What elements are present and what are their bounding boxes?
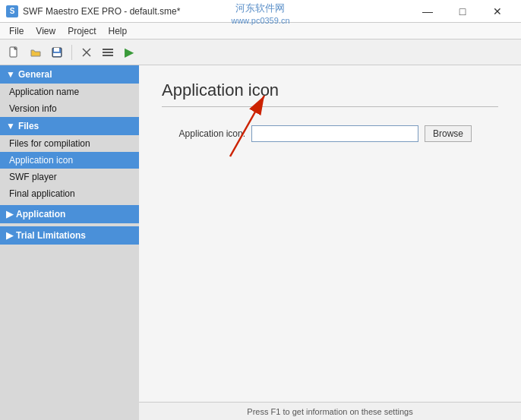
page-title: Application icon — [162, 81, 498, 107]
title-bar-left: S SWF Maestro EXE PRO - default.sme* — [6, 5, 180, 17]
menu-project[interactable]: Project — [62, 24, 102, 38]
sidebar-section-files[interactable]: ▼ Files — [0, 117, 139, 135]
new-icon — [8, 46, 21, 58]
content-inner: Application icon Application icon: Brows… — [139, 65, 521, 402]
content-area: Application icon Application icon: Brows… — [139, 65, 521, 420]
status-text: Press F1 to get information on these set… — [247, 407, 412, 416]
window-controls: — □ ✕ — [410, 0, 515, 23]
title-bar: S SWF Maestro EXE PRO - default.sme* 河东软… — [0, 0, 521, 23]
toolbar-properties[interactable] — [98, 43, 118, 62]
close-button[interactable]: ✕ — [480, 0, 515, 23]
files-section-label: Files — [18, 121, 39, 131]
sidebar-item-app-icon[interactable]: Application icon — [0, 152, 139, 169]
svg-rect-8 — [103, 55, 113, 56]
title-bar-text: SWF Maestro EXE PRO - default.sme* — [23, 6, 180, 17]
svg-rect-6 — [103, 49, 113, 50]
general-section-label: General — [18, 69, 52, 80]
sidebar-item-app-name[interactable]: Application name — [0, 84, 139, 100]
browse-button[interactable]: Browse — [425, 125, 472, 142]
sidebar-item-files-compilation[interactable]: Files for compilation — [0, 135, 139, 152]
save-icon — [51, 46, 63, 58]
sidebar: ▼ General Application name Version info … — [0, 65, 139, 420]
open-icon — [30, 46, 42, 58]
icon-input[interactable] — [251, 125, 418, 142]
toolbar: ▶ — [0, 39, 521, 65]
toolbar-run[interactable]: ▶ — [119, 43, 139, 62]
application-arrow-icon: ▶ — [6, 209, 13, 219]
sidebar-section-trial[interactable]: ▶ Trial Limitations — [0, 226, 139, 245]
icon-label: Application icon: — [162, 128, 245, 139]
sidebar-section-application[interactable]: ▶ Application — [0, 205, 139, 223]
menu-view[interactable]: View — [30, 24, 62, 38]
maximize-button[interactable]: □ — [445, 0, 480, 23]
svg-rect-3 — [53, 53, 61, 56]
sidebar-item-final-app[interactable]: Final application — [0, 185, 139, 202]
menu-help[interactable]: Help — [103, 24, 134, 38]
trial-section-label: Trial Limitations — [16, 230, 86, 241]
minimize-button[interactable]: — — [410, 0, 445, 23]
status-bar: Press F1 to get information on these set… — [139, 402, 521, 420]
cut-icon — [81, 46, 93, 58]
svg-rect-7 — [103, 52, 113, 53]
files-arrow-icon: ▼ — [6, 121, 15, 131]
main-layout: ▼ General Application name Version info … — [0, 65, 521, 420]
properties-icon — [102, 46, 114, 58]
app-icon-small: S — [6, 5, 18, 17]
watermark-line1: 河东软件网 — [231, 2, 289, 15]
general-arrow-icon: ▼ — [6, 69, 15, 80]
sidebar-item-version-info[interactable]: Version info — [0, 100, 139, 117]
application-section-label: Application — [16, 209, 65, 219]
svg-rect-2 — [54, 48, 59, 52]
trial-arrow-icon: ▶ — [6, 230, 13, 241]
sidebar-item-swf-player[interactable]: SWF player — [0, 169, 139, 185]
form-row-icon: Application icon: Browse — [162, 125, 498, 142]
menu-file[interactable]: File — [3, 24, 30, 38]
toolbar-cut[interactable] — [77, 43, 96, 62]
toolbar-new[interactable] — [5, 43, 24, 62]
menu-bar: File View Project Help — [0, 23, 521, 39]
sidebar-section-general[interactable]: ▼ General — [0, 65, 139, 84]
toolbar-separator-1 — [71, 45, 72, 60]
toolbar-save[interactable] — [47, 43, 67, 62]
toolbar-open[interactable] — [26, 43, 46, 62]
